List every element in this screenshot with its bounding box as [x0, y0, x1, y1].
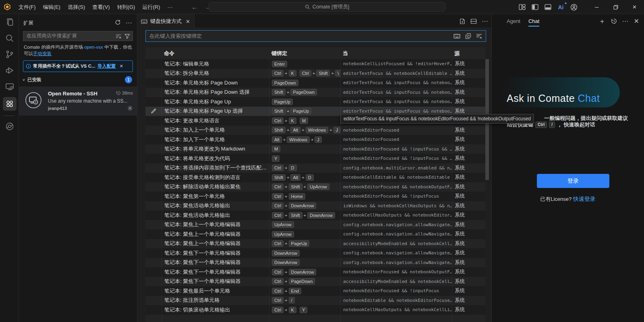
header-keybinding[interactable]: 键绑定 — [269, 50, 340, 57]
sort-precedence-icon[interactable] — [465, 33, 471, 39]
keybinding-row[interactable]: 笔记本: 聚焦最后一个单元格Ctrl+EndnotebookEditorFocu… — [145, 286, 485, 296]
remote-explorer-icon[interactable] — [0, 78, 19, 95]
clear-filter-icon[interactable] — [116, 33, 121, 39]
account-icon[interactable] — [570, 3, 578, 11]
gear-icon[interactable] — [127, 105, 133, 111]
keybinding-search-placeholder: 在此键入搜索按键绑定 — [149, 33, 449, 40]
keybinding-search-input[interactable]: 在此键入搜索按键绑定 — [145, 30, 486, 42]
menu-file[interactable]: 文件(F) — [15, 0, 39, 14]
explorer-icon[interactable] — [0, 14, 19, 30]
keybinding-row[interactable]: 笔记本: 批注所选单元格Ctrl+/notebookEditable && no… — [145, 296, 485, 305]
keybinding-row[interactable]: 笔记本: 聚焦下一个单元格编辑器Ctrl+DownArrownotebookEd… — [145, 267, 485, 277]
keybinding-cell: Ctrl+DownArrow — [269, 201, 340, 211]
when-cell: notebookCellListFocused && !editorHoverF… — [340, 59, 452, 69]
keybinding-row[interactable] — [145, 315, 485, 322]
keybinding-row[interactable]: 笔记本: 将单元格更改为代码YnotebookEditorFocused && … — [145, 154, 485, 163]
keybinding-row[interactable]: 笔记本: 解除活动单元格输出聚焦Ctrl+Shift+UpArrownotebo… — [145, 182, 485, 192]
import-config-notice: 常用插件不全？试试从 VS C... 导入配置 ✕ — [23, 60, 133, 72]
key-chip: Shift — [316, 70, 330, 76]
import-config-link[interactable]: 导入配置 — [97, 63, 116, 69]
menu-more[interactable]: ··· — [164, 0, 176, 14]
source-control-icon[interactable] — [0, 46, 19, 62]
header-when[interactable]: 当 — [340, 50, 452, 57]
customize-layout-icon[interactable] — [518, 3, 526, 11]
keybinding-row[interactable]: 笔记本: 切换滚动单元格输出Ctrl+KYnotebookCellHasOutp… — [145, 305, 485, 315]
chevron-down-icon[interactable]: ∨ — [22, 78, 25, 82]
menu-run[interactable]: 运行(R) — [139, 0, 164, 14]
new-chat-icon[interactable]: ＋ — [599, 17, 606, 26]
keybinding-row[interactable]: 笔记本: 聚焦上一个单元格编辑器UpArrowconfig.notebook.n… — [145, 229, 485, 239]
run-debug-icon[interactable] — [0, 62, 19, 78]
chat-more-icon[interactable]: ··· — [622, 18, 629, 25]
menu-view[interactable]: 查看(V) — [89, 0, 113, 14]
clear-keybinding-filter-icon[interactable] — [476, 33, 482, 39]
header-command[interactable]: 命令 — [162, 50, 269, 57]
toggle-panel-icon[interactable] — [544, 3, 552, 11]
keybinding-row[interactable]: 笔记本: 拆分单元格Ctrl+KCtrl+Shift+\editorTextFo… — [145, 69, 485, 78]
menu-edit[interactable]: 编辑(E) — [39, 0, 64, 14]
installed-section-label[interactable]: 已安装 — [27, 77, 125, 83]
quick-login-link[interactable]: 快速登录 — [573, 196, 596, 202]
open-changes-icon[interactable] — [459, 18, 466, 25]
tab-close-icon[interactable]: ✕ — [186, 19, 190, 25]
tab-keyboard-shortcuts[interactable]: 键盘快捷方式 ✕ — [137, 14, 195, 29]
menu-selection[interactable]: 选择(S) — [64, 0, 89, 14]
login-button[interactable]: 登录 — [537, 174, 609, 188]
record-keys-icon[interactable] — [453, 33, 460, 39]
split-editor-icon[interactable] — [470, 18, 477, 25]
keybinding-row[interactable]: 笔记本: 单元格光标 Page Down 选择Shift+PageDownedi… — [145, 88, 485, 97]
key-chip: PageDown — [272, 80, 298, 86]
keybinding-row[interactable]: 笔记本: 将选择内容添加到下一个查找匹配…Ctrl+Dconfig.notebo… — [145, 163, 485, 173]
command-cell: 笔记本: 单元格光标 Page Up 选择 — [162, 107, 269, 116]
window-minimize-button[interactable]: ─ — [587, 0, 606, 14]
keybinding-row[interactable]: 笔记本: 聚焦下一个单元格编辑器DownArrowconfig.notebook… — [145, 258, 485, 268]
chat-close-icon[interactable]: ✕ — [634, 17, 639, 25]
search-icon[interactable] — [0, 30, 19, 46]
edit-keybinding-icon[interactable] — [145, 108, 162, 114]
ai-assistant-icon[interactable]: Ai✦ — [557, 3, 565, 11]
when-cell: notebookEditorFocused && !inputFocus — [340, 192, 452, 201]
toggle-sidebar-icon[interactable] — [531, 3, 539, 11]
extensions-icon[interactable] — [0, 95, 19, 113]
keybinding-row[interactable]: 笔记本: 加入上一个单元格Shift+Alt+Windows+Jnotebook… — [145, 126, 485, 135]
when-cell: isWindows && notebookCellHasOutputs && n… — [340, 201, 452, 211]
keybinding-row[interactable]: 笔记本: 聚焦第一个单元格Ctrl+HomenotebookEditorFocu… — [145, 192, 485, 201]
keybinding-row[interactable]: 笔记本: 聚焦上一个单元格编辑器Ctrl+PageUpaccessibility… — [145, 239, 485, 249]
keybinding-row[interactable]: 笔记本: 编辑单元格EnternotebookCellListFocused &… — [145, 59, 485, 69]
nav-back-icon[interactable]: ← — [191, 4, 197, 10]
menu-go[interactable]: 转到(G) — [114, 0, 139, 14]
manual-install-link[interactable]: 手动安装 — [33, 51, 52, 56]
command-cell: 笔记本: 聚焦下一个单元格编辑器 — [162, 267, 269, 277]
search-icon — [305, 4, 310, 10]
notice-close-icon[interactable]: ✕ — [120, 64, 123, 69]
more-actions-icon[interactable]: ··· — [126, 19, 132, 27]
history-icon[interactable] — [611, 18, 617, 24]
keybinding-row[interactable]: 笔记本: 聚焦下一个单元格编辑器DownArrowconfig.notebook… — [145, 248, 485, 258]
keybinding-row[interactable]: 笔记本: 单元格光标 Page UpPageUpeditorTextFocus … — [145, 97, 485, 107]
editor-more-actions-icon[interactable]: ··· — [482, 18, 488, 25]
tab-chat[interactable]: Chat — [528, 14, 539, 28]
browser-icon[interactable] — [0, 118, 19, 134]
key-chip: Windows — [287, 136, 310, 143]
key-chip: Alt — [272, 136, 282, 143]
key-chip: Shift — [272, 108, 286, 114]
tab-agent[interactable]: Agent — [507, 14, 520, 28]
filter-icon[interactable] — [124, 33, 130, 39]
keybinding-row[interactable]: 笔记本: 聚焦活动单元格输出Ctrl+DownArrowisWindows &&… — [145, 201, 485, 211]
window-restore-button[interactable] — [606, 0, 625, 14]
keybinding-row[interactable]: 笔记本: 单元格光标 Page DownPageDowneditorTextFo… — [145, 78, 485, 88]
keybinding-row[interactable]: 笔记本: 将单元格更改为 MarkdownMnotebookEditorFocu… — [145, 144, 485, 154]
refresh-icon[interactable] — [115, 19, 121, 27]
extensions-search-input[interactable]: 在应用商店中搜索扩展 — [23, 31, 133, 41]
keybinding-row[interactable]: 笔记本: 接受单元格检测到的语言Shift+Alt+DnotebookCellE… — [145, 173, 485, 182]
command-center-search[interactable]: Comate [管理员] — [209, 2, 445, 12]
open-vsx-link[interactable]: open-vsx — [84, 45, 103, 50]
keybinding-row[interactable]: 笔记本: 加入下一个单元格Alt+Windows+JnotebookEditor… — [145, 135, 485, 144]
keybinding-row[interactable]: 笔记本: 聚焦下一个单元格编辑器Ctrl+PageDownaccessibili… — [145, 277, 485, 287]
window-close-button[interactable]: ✕ — [625, 0, 644, 14]
extension-item-open-remote-ssh[interactable]: Open Remote - SSH 38ms Use any remote ma… — [19, 87, 137, 116]
keybinding-row[interactable]: 笔记本: 聚焦活动单元格输出Ctrl+Shift+DownArrownotebo… — [145, 211, 485, 220]
keybinding-row[interactable]: 笔记本: 聚焦上一个单元格编辑器UpArrowconfig.notebook.n… — [145, 220, 485, 230]
sidebar-title: 扩展 — [23, 20, 115, 27]
header-source[interactable]: 源 — [452, 50, 485, 57]
